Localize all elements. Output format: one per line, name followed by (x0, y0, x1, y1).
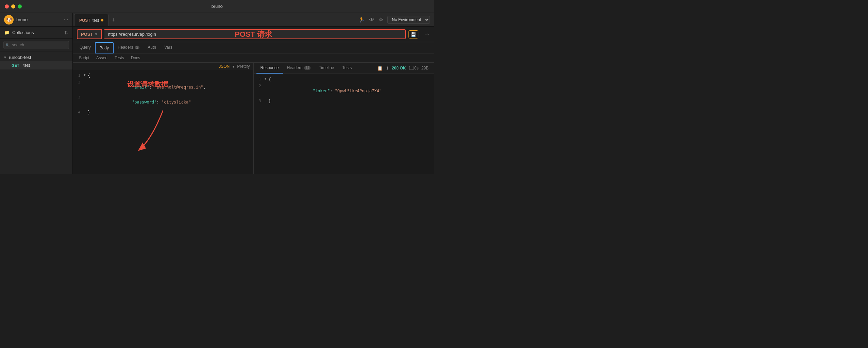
save-button[interactable]: 💾 (408, 30, 418, 38)
response-code-editor: 1 ▼ { 2 "token": "QpwL5tke4Pnpja7X4" 3 (254, 74, 434, 174)
url-input-wrap (104, 29, 406, 39)
sidebar-tree: ▼ runoob-test GET test (0, 51, 72, 174)
app-logo: 🐶 (4, 15, 14, 25)
tab-response-headers[interactable]: Headers 14 (283, 63, 315, 74)
search-wrap (3, 41, 69, 49)
app-name-label: bruno (16, 17, 61, 22)
list-item[interactable]: GET test (0, 61, 72, 69)
url-input[interactable] (104, 30, 405, 38)
window-controls (5, 4, 22, 9)
collections-label: Collections (12, 30, 34, 35)
tab-post-test[interactable]: POST test (74, 14, 108, 26)
search-input[interactable] (3, 41, 69, 49)
resp-code-line-3: 3 } (254, 98, 434, 105)
chevron-down-icon: ▼ (3, 56, 7, 59)
request-sub-tabs-2: Script Assert Tests Docs (73, 53, 434, 63)
method-dropdown-arrow: ▼ (94, 32, 98, 36)
editor-toolbar: JSON ▼ Prettify (73, 63, 253, 70)
response-time: 1.10s (408, 66, 418, 70)
collection-item-runoob-test[interactable]: ▼ runoob-test (0, 53, 72, 61)
request-bar: POST ▼ POST 请求 💾 → (73, 27, 434, 42)
headers-badge: 2 (135, 46, 140, 49)
download-icon[interactable]: ⬇ (385, 66, 389, 71)
collections-label-wrap: 📁 Collections (4, 30, 34, 35)
main-content: POST test + 🏃 👁 ⚙ No Environment POST ▼ (73, 13, 434, 174)
response-headers-badge: 14 (304, 66, 311, 70)
response-tabs-row: Response Headers 14 Timeline Tests 📋 ⬇ (254, 63, 434, 74)
editor-panel: JSON ▼ Prettify 设置请求数据 (73, 63, 254, 174)
code-line-3: 3 "password": "cityslicka" (73, 95, 253, 110)
app-layout: 🐶 bruno ··· 📁 Collections ⇅ ▼ runoob-tes… (0, 13, 434, 174)
tab-response-tests[interactable]: Tests (338, 63, 356, 74)
method-selector[interactable]: POST ▼ (77, 29, 102, 39)
resp-code-line-1: 1 ▼ { (254, 77, 434, 83)
copy-icon[interactable]: 📋 (377, 66, 383, 71)
environment-select[interactable]: No Environment (387, 16, 430, 24)
tab-assert[interactable]: Assert (93, 53, 111, 62)
method-get-badge: GET (10, 63, 21, 68)
method-label: POST (81, 32, 93, 37)
sidebar-search-container (0, 39, 72, 51)
tab-headers[interactable]: Headers 2 (114, 42, 144, 53)
titlebar: bruno (0, 0, 434, 13)
tab-timeline[interactable]: Timeline (315, 63, 338, 74)
tab-auth[interactable]: Auth (144, 42, 160, 53)
run-icon[interactable]: 🏃 (358, 16, 365, 23)
tab-query[interactable]: Query (76, 42, 95, 53)
tab-method-label: POST (79, 18, 90, 23)
add-tab-button[interactable]: + (108, 14, 119, 26)
content-area: JSON ▼ Prettify 设置请求数据 (73, 63, 434, 174)
tab-name-label: test (93, 18, 99, 23)
maximize-button[interactable] (18, 4, 22, 9)
tab-docs[interactable]: Docs (128, 53, 144, 62)
body-code-editor[interactable]: 1 ▼ { 2 "email": "eve.holt@reqres.in", 3 (73, 70, 253, 174)
tabs-bar: POST test + 🏃 👁 ⚙ No Environment (73, 13, 434, 27)
code-line-2: 2 "email": "eve.holt@reqres.in", (73, 80, 253, 95)
tab-script[interactable]: Script (76, 53, 93, 62)
collection-icon: 📁 (4, 30, 10, 35)
request-sub-tabs: Query Body Headers 2 Auth Vars (73, 42, 434, 53)
code-line-1: 1 ▼ { (73, 73, 253, 80)
eye-icon[interactable]: 👁 (369, 17, 374, 23)
tab-body[interactable]: Body (95, 42, 114, 54)
app-header: 🐶 bruno ··· (0, 13, 72, 27)
collections-bar: 📁 Collections ⇅ (0, 27, 72, 39)
minimize-button[interactable] (11, 4, 15, 9)
tab-tests[interactable]: Tests (111, 53, 128, 62)
tab-response[interactable]: Response (256, 63, 283, 74)
window-title: bruno (211, 4, 222, 9)
sidebar: 🐶 bruno ··· 📁 Collections ⇅ ▼ runoob-tes… (0, 13, 73, 174)
resp-code-line-2: 2 "token": "QpwL5tke4Pnpja7X4" (254, 83, 434, 98)
request-item-name: test (23, 63, 30, 68)
response-status-bar: 📋 ⬇ 200 OK 1.10s 29B (374, 66, 431, 71)
tab-unsaved-dot (101, 19, 103, 21)
top-right-icons: 🏃 👁 ⚙ No Environment (358, 13, 434, 26)
gear-icon[interactable]: ⚙ (379, 16, 383, 23)
prettify-button[interactable]: Prettify (237, 64, 250, 69)
format-json-label[interactable]: JSON (219, 64, 230, 69)
tab-vars[interactable]: Vars (160, 42, 177, 53)
response-size: 29B (421, 66, 429, 70)
code-line-4: 4 } (73, 110, 253, 116)
response-panel: Response Headers 14 Timeline Tests 📋 ⬇ (254, 63, 434, 174)
status-code-badge: 200 OK (392, 66, 406, 70)
app-menu-button[interactable]: ··· (64, 17, 68, 23)
collection-name: runoob-test (9, 55, 31, 60)
format-dropdown-icon: ▼ (232, 65, 235, 68)
send-button[interactable]: → (424, 31, 430, 38)
close-button[interactable] (5, 4, 9, 9)
sort-icon[interactable]: ⇅ (64, 30, 68, 35)
